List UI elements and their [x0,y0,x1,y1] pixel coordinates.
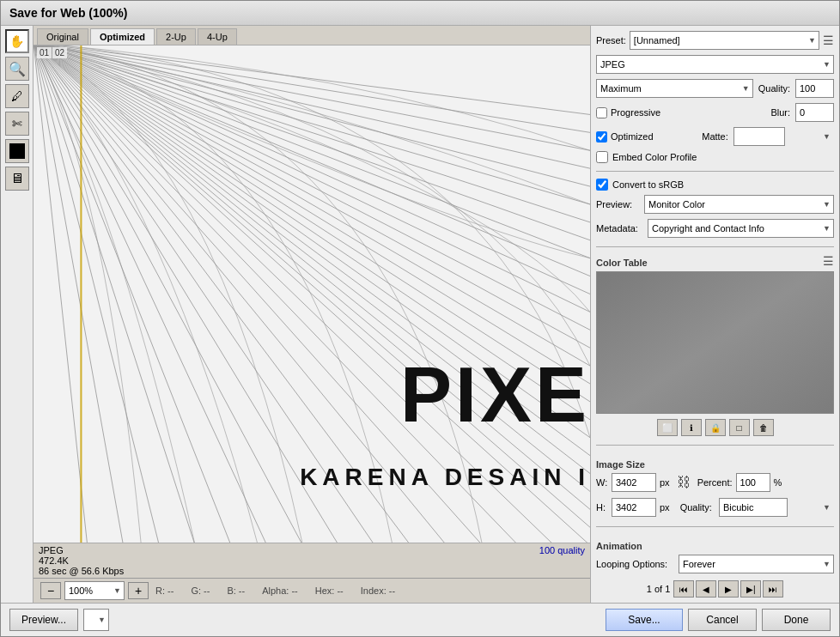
color-g: G: -- [191,585,210,596]
quality-label: Quality: [758,83,790,94]
w-px-label: px [660,477,670,488]
status-time: 86 sec @ 56.6 Kbps [39,566,124,576]
save-button[interactable]: Save... [606,609,683,631]
metadata-select-wrapper: Copyright and Contact Info None All [648,219,834,238]
convert-srgb-checkbox[interactable] [596,179,608,191]
ct-lock-btn[interactable]: 🔒 [705,419,726,436]
looping-select[interactable]: Forever Once [679,555,834,573]
eyedropper-tool[interactable]: 🖊 [5,84,29,108]
zoom-out-btn[interactable]: − [40,582,61,599]
hand-tool[interactable]: ✋ [5,29,29,53]
canvas-panel: Original Optimized 2-Up 4-Up [33,26,590,578]
footer: Preview... Save... Cancel Done [1,603,839,636]
preset-row: Preset: [Unnamed] ☰ [596,31,834,50]
preview-brand-text: KARENA DESAIN I [300,464,590,491]
tab-2up[interactable]: 2-Up [156,28,196,45]
bottom-info-bar: − 100% 50% 200% + R: -- G: -- B: -- Alph… [33,578,590,603]
looping-row: Looping Options: Forever Once [596,555,834,573]
divider-3 [596,445,834,446]
percent-label: Percent: [697,477,733,488]
metadata-select[interactable]: Copyright and Contact Info None All [648,219,834,238]
w-label: W: [596,477,608,488]
first-frame-btn[interactable]: ⏮ [673,580,694,598]
main-content: ✋ 🔍 🖊 ✄ 🖥 Origi [1,26,839,603]
slice-tool[interactable]: ✄ [5,112,29,136]
optimized-checkbox[interactable] [596,131,607,143]
done-button[interactable]: Done [762,609,831,631]
zoom-control: − 100% 50% 200% + [40,581,149,600]
format-select[interactable]: JPEG GIF PNG-8 PNG-24 [596,55,834,74]
image-size-header: Image Size [596,456,834,470]
looping-label: Looping Options: [596,559,673,569]
tab-optimized[interactable]: Optimized [90,28,155,45]
blur-input[interactable] [795,103,834,122]
format-row: JPEG GIF PNG-8 PNG-24 [596,55,834,74]
pagination: 1 of 1 [647,584,671,594]
color-hex: Hex: -- [315,585,344,596]
tab-original[interactable]: Original [37,28,88,45]
preset-select[interactable]: [Unnamed] [630,31,819,50]
preset-menu-icon[interactable]: ☰ [823,33,834,47]
zoom-selector-wrapper: 100% 50% 200% [64,581,125,600]
cancel-button[interactable]: Cancel [688,609,757,631]
zoom-select[interactable]: 100% 50% 200% [64,581,125,600]
zoom-tool[interactable]: 🔍 [5,57,29,81]
resample-select[interactable]: Bicubic Bilinear Nearest Neighbor [719,498,788,517]
ct-add-btn[interactable]: □ [729,419,750,436]
ct-delete-btn[interactable]: 🗑 [753,419,774,436]
title-bar: Save for Web (100%) [1,1,839,26]
optimized-label: Optimized [611,131,654,142]
preview-select[interactable]: Monitor Color [644,195,834,214]
resample-select-wrapper: Bicubic Bilinear Nearest Neighbor [719,498,834,517]
color-table-header: Color Table ☰ [596,254,834,268]
matte-label: Matte: [702,131,728,142]
color-b: B: -- [227,585,245,596]
progressive-checkbox[interactable] [596,107,607,118]
preview-button[interactable]: Preview... [9,609,78,631]
eyedropper-icon: 🖊 [11,89,23,103]
browser-select[interactable] [83,609,109,631]
color-swatch[interactable] [5,139,29,163]
blur-matte-row: Progressive Blur: [596,103,834,122]
prev-frame-btn[interactable]: ◀ [696,580,716,598]
tab-4up[interactable]: 4-Up [198,28,237,45]
divider-4 [596,526,834,527]
hand-icon: ✋ [9,34,24,48]
quality-input[interactable] [795,79,834,98]
metadata-label: Metadata: [596,223,642,234]
browser-select-wrapper [83,609,109,631]
embed-color-checkbox[interactable] [596,151,608,163]
canvas-wrapper[interactable]: 01 02 PIXE KARENA DESAIN I [33,46,590,543]
percent-sign: % [774,477,782,488]
progressive-checkbox-row: Progressive [596,107,765,118]
matte-select[interactable] [733,127,785,146]
ct-info-btn[interactable]: ℹ [681,419,702,436]
metadata-row: Metadata: Copyright and Contact Info Non… [596,219,834,238]
browser-icon: 🖥 [10,171,24,186]
compression-select[interactable]: Maximum High Medium Low [596,79,753,98]
tabs-bar: Original Optimized 2-Up 4-Up [33,26,590,46]
footer-right: Save... Cancel Done [606,609,831,631]
percent-input[interactable] [736,473,770,492]
play-btn[interactable]: ▶ [718,580,739,598]
right-panel: Preset: [Unnamed] ☰ JPEG GIF PNG-8 PNG-2… [590,26,839,603]
ct-map-btn[interactable]: ⬜ [657,419,678,436]
color-table-menu-icon[interactable]: ☰ [823,254,834,268]
color-r: R: -- [155,585,173,596]
image-label-01: 01 [37,47,52,58]
embed-color-label: Embed Color Profile [612,152,697,162]
preset-select-wrapper: [Unnamed] [630,31,819,50]
browser-preview[interactable]: 🖥 [5,167,29,191]
window-title: Save for Web (100%) [9,6,127,20]
width-input[interactable] [612,473,656,492]
convert-srgb-label: Convert to sRGB [612,179,684,190]
next-frame-btn[interactable]: ▶| [740,580,761,598]
canvas-area: Original Optimized 2-Up 4-Up [33,26,590,603]
image-size-label: Image Size [596,459,645,470]
status-quality: 100 quality [539,545,585,576]
last-frame-btn[interactable]: ⏭ [763,580,783,598]
height-input[interactable] [612,498,656,517]
compression-row: Maximum High Medium Low Quality: [596,79,834,98]
preview-text-large: PIXE [400,351,590,440]
zoom-in-btn[interactable]: + [128,582,149,599]
